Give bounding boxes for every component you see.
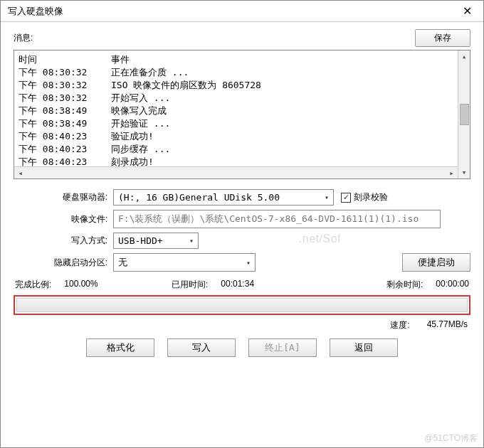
log-header-event: 事件 — [111, 53, 465, 66]
speed-label: 速度: — [390, 319, 409, 331]
progress-highlight — [14, 295, 470, 315]
hide-boot-select[interactable]: 无 ▾ — [113, 253, 256, 272]
save-button[interactable]: 保存 — [415, 29, 470, 47]
log-row[interactable]: 下午 08:30:32开始写入 ... — [19, 92, 465, 105]
check-icon: ✓ — [341, 193, 351, 203]
write-mode-select[interactable]: USB-HDD+ ▾ — [113, 233, 199, 249]
dialog-window: 写入硬盘映像 ✕ 消息: 保存 时间 事件 下午 08:30:32正在准备介质 … — [0, 0, 484, 448]
hide-boot-label: 隐藏启动分区: — [14, 257, 113, 269]
verify-checkbox[interactable]: ✓ 刻录校验 — [341, 191, 388, 203]
scrollbar-horizontal[interactable]: ◂ ▸ — [14, 166, 458, 178]
log-event: ISO 映像文件的扇区数为 8605728 — [111, 79, 465, 92]
log-row[interactable]: 下午 08:40:23同步缓存 ... — [19, 143, 465, 156]
window-title: 写入硬盘映像 — [8, 5, 63, 18]
abort-button: 终止[A] — [248, 338, 317, 357]
log-event: 正在准备介质 ... — [111, 66, 465, 79]
log-time: 下午 08:38:49 — [19, 117, 111, 130]
scroll-right-icon[interactable]: ▸ — [446, 167, 458, 179]
hide-boot-value: 无 — [118, 256, 127, 269]
chevron-down-icon: ▾ — [189, 237, 194, 245]
log-time: 下午 08:30:32 — [19, 66, 111, 79]
image-value: F:\装系统（误删）\系统\CentOS-7-x86_64-DVD-1611(1… — [118, 213, 419, 225]
log-time: 下午 08:30:32 — [19, 92, 111, 105]
log-event: 开始验证 ... — [111, 117, 465, 130]
chevron-down-icon: ▾ — [325, 193, 329, 201]
log-time: 下午 08:30:32 — [19, 79, 111, 92]
elapsed-value: 00:01:34 — [221, 279, 254, 291]
verify-label: 刻录校验 — [354, 191, 388, 203]
titlebar: 写入硬盘映像 ✕ — [1, 1, 483, 22]
log-row[interactable]: 下午 08:38:49开始验证 ... — [19, 117, 465, 130]
log-event: 同步缓存 ... — [111, 143, 465, 156]
scroll-down-icon[interactable]: ▾ — [458, 166, 470, 178]
image-path-field[interactable]: F:\装系统（误删）\系统\CentOS-7-x86_64-DVD-1611(1… — [113, 210, 441, 228]
write-mode-value: USB-HDD+ — [118, 235, 163, 246]
log-row[interactable]: 下午 08:30:32ISO 映像文件的扇区数为 8605728 — [19, 79, 465, 92]
scroll-thumb[interactable] — [460, 104, 469, 125]
log-row[interactable]: 下午 08:30:32正在准备介质 ... — [19, 66, 465, 79]
speed-value: 45.77MB/s — [427, 319, 468, 331]
scroll-left-icon[interactable]: ◂ — [14, 167, 26, 179]
content-area: 消息: 保存 时间 事件 下午 08:30:32正在准备介质 ...下午 08:… — [1, 22, 483, 361]
log-row[interactable]: 下午 08:38:49映像写入完成 — [19, 105, 465, 117]
format-button[interactable]: 格式化 — [86, 338, 154, 357]
chevron-down-icon: ▾ — [246, 259, 251, 267]
remain-value: 00:00:00 — [436, 279, 469, 291]
log-time: 下午 08:40:23 — [19, 143, 111, 156]
log-time: 下午 08:40:23 — [19, 130, 111, 143]
done-label: 完成比例: — [15, 279, 51, 291]
log-event: 验证成功! — [111, 130, 465, 143]
drive-value: (H:, 16 GB)General UDisk 5.00 — [118, 192, 280, 203]
back-button[interactable]: 返回 — [330, 338, 398, 357]
close-icon[interactable]: ✕ — [458, 3, 476, 19]
drive-label: 硬盘驱动器: — [14, 191, 113, 203]
remain-label: 剩余时间: — [386, 279, 423, 291]
watermark-text: @51CTO博客 — [424, 432, 478, 444]
log-event: 开始写入 ... — [111, 92, 465, 105]
progress-bar — [16, 298, 468, 312]
drive-select[interactable]: (H:, 16 GB)General UDisk 5.00 ▾ — [113, 189, 334, 206]
log-time: 下午 08:38:49 — [19, 105, 111, 117]
write-mode-label: 写入方式: — [14, 235, 113, 247]
done-value: 100.00% — [64, 279, 98, 291]
image-label: 映像文件: — [14, 213, 113, 225]
scroll-up-icon[interactable]: ▴ — [458, 50, 470, 63]
message-label: 消息: — [14, 32, 33, 44]
write-button[interactable]: 写入 — [167, 338, 236, 357]
elapsed-label: 已用时间: — [172, 279, 208, 291]
log-header-time: 时间 — [19, 53, 111, 66]
log-row[interactable]: 下午 08:40:23验证成功! — [19, 130, 465, 143]
log-event: 映像写入完成 — [111, 105, 465, 117]
quick-boot-button[interactable]: 便捷启动 — [402, 253, 470, 272]
scrollbar-vertical[interactable]: ▴ ▾ — [458, 50, 470, 178]
log-listbox[interactable]: 时间 事件 下午 08:30:32正在准备介质 ...下午 08:30:32IS… — [14, 50, 470, 179]
